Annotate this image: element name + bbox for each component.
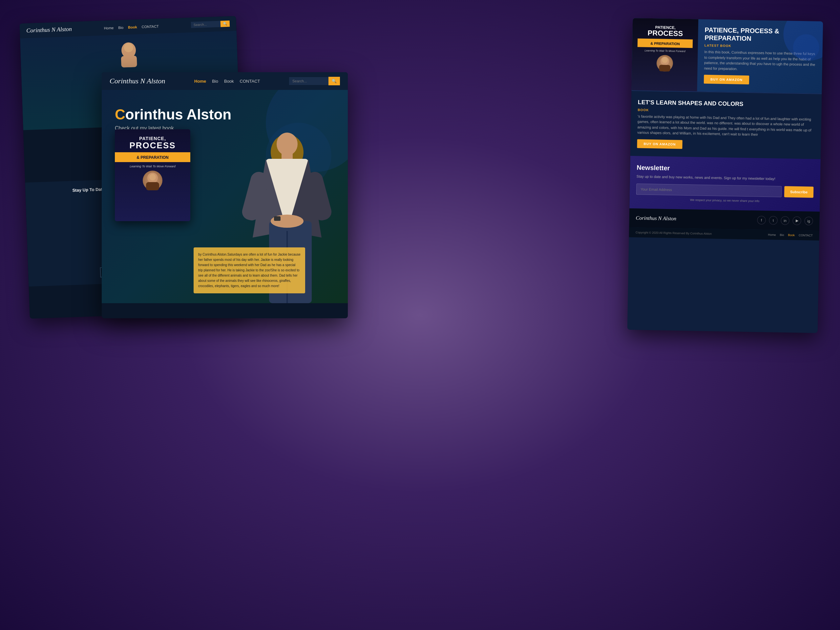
right-buy-amazon-btn2[interactable]: BUY ON AMAZON — [637, 139, 682, 148]
right-footer: Corinthus N Alston f t in ▶ ig — [629, 208, 819, 231]
main-hero-name-c: C — [115, 106, 125, 122]
main-window: Corinthus N Alston Home Bio Book CONTACT… — [102, 72, 348, 318]
right-buy-amazon-btn[interactable]: BUY ON AMAZON — [704, 75, 749, 84]
right-footer-logo: Corinthus N Alston — [636, 215, 677, 221]
right-footer-home[interactable]: Home — [768, 233, 776, 236]
right-privacy-note: We respect your privacy, so we never sha… — [636, 197, 813, 204]
main-book-cover: PATIENCE, PROCESS & PREPARATION Learning… — [115, 129, 190, 221]
main-nav-home[interactable]: Home — [194, 79, 206, 84]
right-book-thumbnail: PATIENCE, PROCESS & PREPARATION Learning… — [631, 18, 698, 91]
main-search-bar: 🔍 — [289, 77, 340, 85]
back-search-button[interactable]: 🔍 — [221, 21, 230, 27]
right-footer-links: Home Bio Book CONTACT — [768, 233, 813, 237]
back-search-input[interactable] — [191, 21, 221, 28]
main-hero: Corinthus Alston Check out my latest boo… — [102, 90, 348, 303]
main-hero-text: Corinthus Alston Check out my latest boo… — [115, 106, 335, 149]
main-description: by Corinthus Alston.Saturdays are often … — [194, 248, 305, 293]
main-book-band: & PREPARATION — [115, 152, 190, 162]
svg-rect-2 — [121, 55, 137, 68]
svg-rect-27 — [659, 65, 670, 71]
right-newsletter-desc: Stay up to date and buy new works, news … — [636, 174, 814, 182]
svg-rect-24 — [274, 216, 281, 221]
back-search-bar: 🔍 — [191, 21, 230, 28]
back-nav-bio[interactable]: Bio — [118, 25, 123, 30]
main-nav-book[interactable]: Book — [224, 79, 234, 84]
right-linkedin-icon[interactable]: in — [781, 216, 789, 225]
right-thumb-prep: & PREPARATION — [651, 41, 680, 46]
right-twitter-icon[interactable]: t — [769, 216, 777, 224]
right-newsletter-title: Newsletter — [636, 164, 814, 174]
svg-rect-11 — [146, 182, 159, 190]
right-footer-bio[interactable]: Bio — [780, 233, 784, 237]
right-thumb-author-face — [657, 55, 673, 71]
svg-point-10 — [149, 174, 156, 180]
main-book-process: PROCESS — [120, 141, 185, 150]
right-thumb-process: PROCESS — [638, 29, 693, 38]
right-footer-book[interactable]: Book — [788, 233, 795, 237]
right-footer-contact[interactable]: CONTACT — [799, 234, 813, 237]
main-nav-bio[interactable]: Bio — [212, 79, 218, 84]
main-description-text: by Corinthus Alston.Saturdays are often … — [198, 253, 300, 288]
main-book-subtitle: Learning To Wait To Move Forward — [115, 162, 190, 171]
right-subscribe-btn[interactable]: Subscribe — [784, 186, 814, 198]
main-nav-links: Home Bio Book CONTACT — [194, 79, 260, 84]
main-book-author-avatar — [143, 171, 163, 190]
right-copyright: Copyright © 2020 All Rights Reserved By … — [636, 231, 712, 235]
right-book-badge2: BOOK — [638, 108, 815, 115]
right-social-icons: f t in ▶ ig — [757, 216, 813, 226]
right-email-row: Subscribe — [636, 183, 814, 197]
main-book-prep: & PREPARATION — [136, 155, 169, 160]
back-nav-links: Home Bio Book CONTACT — [104, 24, 159, 30]
right-email-input[interactable] — [636, 183, 782, 197]
main-logo: Corinthus N Alston — [110, 77, 165, 85]
main-search-input[interactable] — [289, 77, 328, 85]
back-nav-contact[interactable]: CONTACT — [141, 24, 159, 28]
main-hero-name: Corinthus Alston — [115, 106, 335, 123]
right-newsletter-section: Newsletter Stay up to date and buy new w… — [629, 156, 821, 212]
back-nav-book[interactable]: Book — [128, 25, 137, 29]
right-shapes-title: LET'S LEARN SHAPES AND COLORS — [638, 99, 815, 109]
right-shapes-section: LET'S LEARN SHAPES AND COLORS BOOK 's fa… — [630, 90, 822, 159]
right-thumb-band: & PREPARATION — [638, 38, 693, 48]
right-youtube-icon[interactable]: ▶ — [793, 216, 801, 225]
back-logo: Corinthus N Alston — [26, 25, 72, 34]
back-nav-home[interactable]: Home — [104, 25, 114, 30]
right-instagram-icon[interactable]: ig — [804, 216, 813, 225]
main-nav-contact[interactable]: CONTACT — [240, 79, 260, 84]
right-facebook-icon[interactable]: f — [757, 216, 766, 224]
right-thumb-sub: Learning To Wait To Move Forward — [638, 49, 693, 53]
main-hero-name-rest: orinthus Alston — [125, 106, 231, 122]
right-shapes-description: 's favorite activity was playing at home… — [637, 114, 815, 138]
right-window: PATIENCE, PROCESS & PREPARATION Learning… — [627, 18, 823, 333]
main-search-button[interactable]: 🔍 — [328, 77, 340, 85]
main-nav: Corinthus N Alston Home Bio Book CONTACT… — [102, 72, 348, 90]
